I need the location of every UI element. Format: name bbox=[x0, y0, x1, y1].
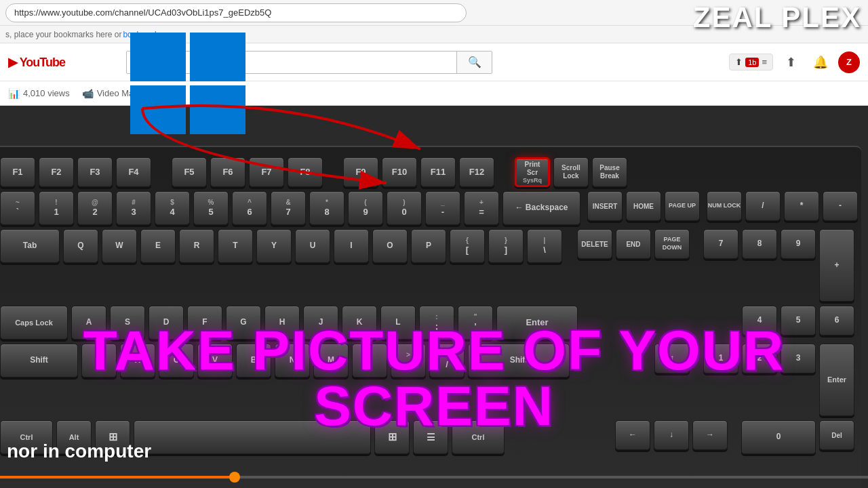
key-numpad-2[interactable]: 2 bbox=[742, 344, 777, 373]
key-scroll-lock[interactable]: ScrollLock bbox=[553, 157, 589, 187]
key-page-up[interactable]: PAGE UP bbox=[665, 191, 700, 221]
key-h[interactable]: H bbox=[264, 306, 300, 340]
key-quote[interactable]: "' bbox=[458, 306, 493, 340]
key-tab[interactable]: Tab bbox=[0, 229, 60, 263]
key-g[interactable]: G bbox=[226, 306, 261, 340]
key-left-shift[interactable]: Shift bbox=[0, 344, 78, 378]
key-p[interactable]: P bbox=[411, 229, 446, 263]
key-numpad-plus[interactable]: + bbox=[819, 229, 854, 302]
key-lbracket[interactable]: {[ bbox=[450, 229, 485, 263]
key-arrow-down[interactable]: ↓ bbox=[654, 420, 689, 450]
key-f8[interactable]: F8 bbox=[288, 157, 323, 187]
key-0[interactable]: )0 bbox=[387, 191, 422, 225]
key-f[interactable]: F bbox=[187, 306, 222, 340]
upload-button[interactable]: ⬆ 1b ≡ bbox=[729, 54, 773, 70]
key-backspace[interactable]: ← Backspace bbox=[502, 191, 580, 225]
key-n[interactable]: N bbox=[275, 344, 310, 378]
key-numpad-minus[interactable]: - bbox=[823, 191, 858, 221]
key-f1[interactable]: F1 bbox=[0, 157, 35, 187]
key-enter[interactable]: Enter bbox=[496, 306, 578, 340]
key-menu[interactable]: ☰ bbox=[413, 420, 448, 454]
key-insert[interactable]: INSERT bbox=[587, 191, 623, 221]
key-l[interactable]: L bbox=[380, 306, 416, 340]
key-i[interactable]: I bbox=[334, 229, 369, 263]
key-right-win[interactable]: ⊞ bbox=[374, 420, 410, 454]
upload-icon-btn[interactable]: ⬆ bbox=[778, 50, 803, 75]
key-tilde[interactable]: ~` bbox=[0, 191, 35, 225]
key-rbracket[interactable]: }] bbox=[488, 229, 524, 263]
key-numpad-0[interactable]: 0 bbox=[741, 420, 816, 454]
key-5[interactable]: %5 bbox=[193, 191, 229, 225]
notification-icon-btn[interactable]: 🔔 bbox=[808, 50, 833, 75]
key-arrow-up[interactable]: ↑ bbox=[654, 344, 690, 373]
search-button[interactable]: 🔍 bbox=[456, 52, 492, 73]
key-s[interactable]: S bbox=[110, 306, 145, 340]
key-numpad-slash[interactable]: / bbox=[745, 191, 781, 221]
key-f10[interactable]: F10 bbox=[382, 157, 417, 187]
key-k[interactable]: K bbox=[342, 306, 377, 340]
key-numpad-7[interactable]: 7 bbox=[703, 229, 738, 259]
key-delete[interactable]: DELETE bbox=[577, 229, 612, 259]
key-numpad-5[interactable]: 5 bbox=[781, 306, 816, 336]
key-numpad-3[interactable]: 3 bbox=[781, 344, 816, 373]
key-d[interactable]: D bbox=[149, 306, 184, 340]
key-numpad-6[interactable]: 6 bbox=[819, 306, 854, 336]
key-numpad-del[interactable]: Del bbox=[819, 420, 854, 450]
key-e[interactable]: E bbox=[140, 229, 176, 263]
key-numpad-9[interactable]: 9 bbox=[781, 229, 816, 259]
key-x[interactable]: X bbox=[120, 344, 155, 378]
key-page-down[interactable]: PAGE DOWN bbox=[654, 229, 690, 259]
key-right-shift[interactable]: Shift bbox=[468, 344, 570, 378]
key-caps-lock[interactable]: Caps Lock bbox=[0, 306, 68, 340]
key-f7[interactable]: F7 bbox=[249, 157, 284, 187]
key-end[interactable]: END bbox=[616, 229, 651, 259]
address-bar[interactable]: https://www.youtube.com/channel/UCAd03vO… bbox=[5, 3, 467, 22]
progress-thumb[interactable] bbox=[229, 472, 240, 483]
key-minus[interactable]: _- bbox=[425, 191, 460, 225]
key-slash[interactable]: ?/ bbox=[429, 344, 465, 378]
key-numpad-star[interactable]: * bbox=[784, 191, 819, 221]
key-1[interactable]: !1 bbox=[39, 191, 74, 225]
key-a[interactable]: A bbox=[71, 306, 106, 340]
key-f11[interactable]: F11 bbox=[420, 157, 456, 187]
key-f12[interactable]: F12 bbox=[459, 157, 494, 187]
key-4[interactable]: $4 bbox=[155, 191, 190, 225]
key-comma[interactable]: <, bbox=[352, 344, 387, 378]
key-right-ctrl[interactable]: Ctrl bbox=[452, 420, 505, 454]
key-7[interactable]: &7 bbox=[271, 191, 306, 225]
key-pipe[interactable]: |\ bbox=[527, 229, 562, 263]
key-b[interactable]: B bbox=[236, 344, 271, 378]
key-pause-break[interactable]: PauseBreak bbox=[592, 157, 627, 187]
key-6[interactable]: ^6 bbox=[232, 191, 267, 225]
key-9[interactable]: (9 bbox=[348, 191, 383, 225]
key-f2[interactable]: F2 bbox=[39, 157, 74, 187]
key-y[interactable]: Y bbox=[256, 229, 292, 263]
key-print-screen[interactable]: PrintScrSysRq bbox=[515, 157, 550, 187]
key-v[interactable]: V bbox=[197, 344, 233, 378]
key-f4[interactable]: F4 bbox=[116, 157, 151, 187]
key-f6[interactable]: F6 bbox=[210, 157, 245, 187]
key-r[interactable]: R bbox=[179, 229, 214, 263]
key-f9[interactable]: F9 bbox=[343, 157, 378, 187]
key-semicolon[interactable]: :; bbox=[419, 306, 454, 340]
key-u[interactable]: U bbox=[295, 229, 330, 263]
key-3[interactable]: #3 bbox=[116, 191, 151, 225]
key-numpad-1[interactable]: 1 bbox=[703, 344, 738, 373]
key-numpad-enter[interactable]: Enter bbox=[819, 344, 854, 416]
key-numpad-4[interactable]: 4 bbox=[742, 306, 777, 336]
key-o[interactable]: O bbox=[372, 229, 408, 263]
key-numpad-8[interactable]: 8 bbox=[742, 229, 777, 259]
key-m[interactable]: M bbox=[313, 344, 349, 378]
key-period[interactable]: >. bbox=[391, 344, 426, 378]
key-space[interactable] bbox=[134, 420, 371, 454]
video-progress-bar[interactable] bbox=[0, 476, 868, 479]
key-f5[interactable]: F5 bbox=[172, 157, 207, 187]
key-j[interactable]: J bbox=[303, 306, 338, 340]
key-num-lock[interactable]: NUM LOCK bbox=[707, 191, 742, 221]
key-t[interactable]: T bbox=[218, 229, 253, 263]
key-q[interactable]: Q bbox=[63, 229, 98, 263]
key-arrow-left[interactable]: ← bbox=[615, 420, 650, 450]
key-arrow-right[interactable]: → bbox=[692, 420, 728, 450]
key-home[interactable]: HOME bbox=[626, 191, 661, 221]
key-8[interactable]: *8 bbox=[309, 191, 344, 225]
